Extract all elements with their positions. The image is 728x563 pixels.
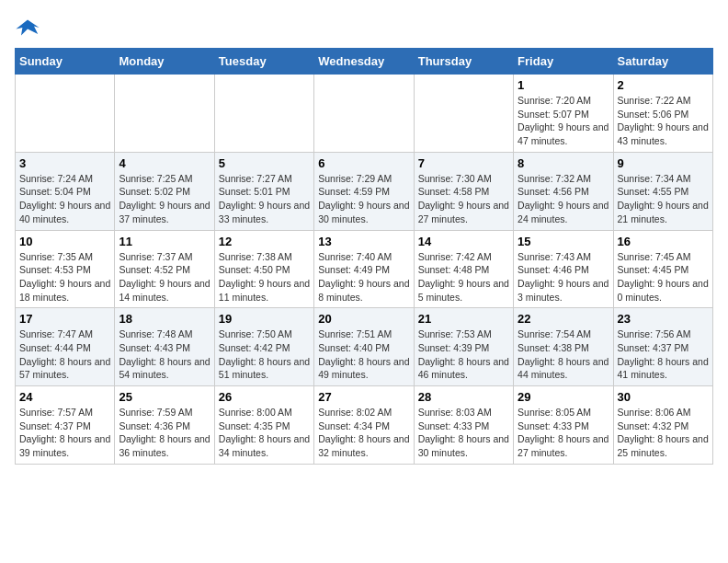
logo	[15, 15, 44, 40]
calendar-cell: 1Sunrise: 7:20 AM Sunset: 5:07 PM Daylig…	[514, 75, 613, 153]
day-info: Sunrise: 7:35 AM Sunset: 4:53 PM Dayligh…	[19, 250, 110, 304]
header-day-thursday: Thursday	[414, 49, 513, 75]
day-number: 19	[219, 312, 310, 326]
header-day-saturday: Saturday	[613, 49, 712, 75]
day-number: 9	[618, 156, 709, 170]
calendar-cell: 9Sunrise: 7:34 AM Sunset: 4:55 PM Daylig…	[613, 152, 712, 230]
day-number: 12	[219, 235, 310, 248]
day-info: Sunrise: 8:05 AM Sunset: 4:33 PM Dayligh…	[518, 406, 609, 460]
calendar-cell	[115, 75, 214, 153]
calendar-cell: 29Sunrise: 8:05 AM Sunset: 4:33 PM Dayli…	[514, 386, 613, 465]
day-info: Sunrise: 7:30 AM Sunset: 4:58 PM Dayligh…	[418, 172, 509, 226]
calendar-cell	[414, 75, 513, 153]
calendar-cell: 5Sunrise: 7:27 AM Sunset: 5:01 PM Daylig…	[214, 152, 313, 230]
day-info: Sunrise: 7:48 AM Sunset: 4:43 PM Dayligh…	[119, 327, 210, 382]
calendar-cell: 22Sunrise: 7:54 AM Sunset: 4:38 PM Dayli…	[514, 308, 613, 386]
day-info: Sunrise: 7:22 AM Sunset: 5:06 PM Dayligh…	[618, 94, 709, 148]
calendar-cell: 16Sunrise: 7:45 AM Sunset: 4:45 PM Dayli…	[613, 230, 712, 308]
day-info: Sunrise: 7:56 AM Sunset: 4:37 PM Dayligh…	[618, 327, 709, 382]
calendar-header: SundayMondayTuesdayWednesdayThursdayFrid…	[16, 49, 713, 75]
calendar-cell: 20Sunrise: 7:51 AM Sunset: 4:40 PM Dayli…	[314, 308, 414, 386]
day-number: 10	[19, 235, 110, 248]
calendar-cell: 25Sunrise: 7:59 AM Sunset: 4:36 PM Dayli…	[115, 386, 214, 465]
calendar-cell: 12Sunrise: 7:38 AM Sunset: 4:50 PM Dayli…	[214, 230, 313, 308]
day-info: Sunrise: 8:03 AM Sunset: 4:33 PM Dayligh…	[418, 406, 509, 460]
day-number: 1	[518, 78, 609, 92]
day-number: 6	[318, 156, 409, 170]
calendar-cell: 8Sunrise: 7:32 AM Sunset: 4:56 PM Daylig…	[514, 152, 613, 230]
page-header	[15, 15, 713, 40]
calendar-cell: 14Sunrise: 7:42 AM Sunset: 4:48 PM Dayli…	[414, 230, 513, 308]
day-number: 2	[618, 78, 709, 92]
calendar-cell: 30Sunrise: 8:06 AM Sunset: 4:32 PM Dayli…	[613, 386, 712, 465]
day-number: 26	[219, 390, 310, 404]
day-info: Sunrise: 7:34 AM Sunset: 4:55 PM Dayligh…	[618, 172, 709, 226]
day-info: Sunrise: 7:27 AM Sunset: 5:01 PM Dayligh…	[219, 172, 310, 226]
calendar-cell: 3Sunrise: 7:24 AM Sunset: 5:04 PM Daylig…	[16, 152, 115, 230]
calendar-cell: 28Sunrise: 8:03 AM Sunset: 4:33 PM Dayli…	[414, 386, 513, 465]
calendar-cell: 27Sunrise: 8:02 AM Sunset: 4:34 PM Dayli…	[314, 386, 414, 465]
week-row-2: 3Sunrise: 7:24 AM Sunset: 5:04 PM Daylig…	[16, 152, 713, 230]
day-number: 20	[318, 312, 409, 326]
week-row-5: 24Sunrise: 7:57 AM Sunset: 4:37 PM Dayli…	[16, 386, 713, 465]
day-number: 8	[518, 156, 609, 170]
day-number: 15	[518, 235, 609, 248]
day-info: Sunrise: 7:43 AM Sunset: 4:46 PM Dayligh…	[518, 250, 609, 304]
day-info: Sunrise: 7:51 AM Sunset: 4:40 PM Dayligh…	[318, 327, 409, 382]
day-info: Sunrise: 7:47 AM Sunset: 4:44 PM Dayligh…	[19, 327, 110, 382]
header-day-wednesday: Wednesday	[314, 49, 414, 75]
header-day-friday: Friday	[514, 49, 613, 75]
header-day-sunday: Sunday	[16, 49, 115, 75]
day-info: Sunrise: 8:02 AM Sunset: 4:34 PM Dayligh…	[318, 406, 409, 460]
day-number: 7	[418, 156, 509, 170]
calendar-cell: 17Sunrise: 7:47 AM Sunset: 4:44 PM Dayli…	[16, 308, 115, 386]
calendar-cell	[16, 75, 115, 153]
calendar-cell: 7Sunrise: 7:30 AM Sunset: 4:58 PM Daylig…	[414, 152, 513, 230]
calendar-cell: 11Sunrise: 7:37 AM Sunset: 4:52 PM Dayli…	[115, 230, 214, 308]
calendar-cell: 23Sunrise: 7:56 AM Sunset: 4:37 PM Dayli…	[613, 308, 712, 386]
day-number: 11	[119, 235, 210, 248]
day-info: Sunrise: 8:06 AM Sunset: 4:32 PM Dayligh…	[618, 406, 709, 460]
day-number: 4	[119, 156, 210, 170]
logo-bird-icon	[15, 15, 40, 40]
day-number: 18	[119, 312, 210, 326]
day-info: Sunrise: 8:00 AM Sunset: 4:35 PM Dayligh…	[219, 406, 310, 460]
calendar-cell: 21Sunrise: 7:53 AM Sunset: 4:39 PM Dayli…	[414, 308, 513, 386]
week-row-1: 1Sunrise: 7:20 AM Sunset: 5:07 PM Daylig…	[16, 75, 713, 153]
day-number: 17	[19, 312, 110, 326]
day-number: 13	[318, 235, 409, 248]
calendar-cell: 19Sunrise: 7:50 AM Sunset: 4:42 PM Dayli…	[214, 308, 313, 386]
day-number: 30	[618, 390, 709, 404]
day-info: Sunrise: 7:42 AM Sunset: 4:48 PM Dayligh…	[418, 250, 509, 304]
calendar-cell: 13Sunrise: 7:40 AM Sunset: 4:49 PM Dayli…	[314, 230, 414, 308]
day-info: Sunrise: 7:54 AM Sunset: 4:38 PM Dayligh…	[518, 327, 609, 382]
calendar-cell: 15Sunrise: 7:43 AM Sunset: 4:46 PM Dayli…	[514, 230, 613, 308]
day-info: Sunrise: 7:57 AM Sunset: 4:37 PM Dayligh…	[19, 406, 110, 460]
day-number: 28	[418, 390, 509, 404]
day-number: 24	[19, 390, 110, 404]
week-row-3: 10Sunrise: 7:35 AM Sunset: 4:53 PM Dayli…	[16, 230, 713, 308]
calendar-cell: 26Sunrise: 8:00 AM Sunset: 4:35 PM Dayli…	[214, 386, 313, 465]
day-number: 16	[618, 235, 709, 248]
day-number: 21	[418, 312, 509, 326]
header-day-tuesday: Tuesday	[214, 49, 313, 75]
day-number: 5	[219, 156, 310, 170]
day-info: Sunrise: 7:38 AM Sunset: 4:50 PM Dayligh…	[219, 250, 310, 304]
day-number: 29	[518, 390, 609, 404]
week-row-4: 17Sunrise: 7:47 AM Sunset: 4:44 PM Dayli…	[16, 308, 713, 386]
day-number: 27	[318, 390, 409, 404]
day-info: Sunrise: 7:45 AM Sunset: 4:45 PM Dayligh…	[618, 250, 709, 304]
header-day-monday: Monday	[115, 49, 214, 75]
calendar-table: SundayMondayTuesdayWednesdayThursdayFrid…	[15, 48, 713, 465]
day-info: Sunrise: 7:20 AM Sunset: 5:07 PM Dayligh…	[518, 94, 609, 148]
calendar-body: 1Sunrise: 7:20 AM Sunset: 5:07 PM Daylig…	[16, 75, 713, 465]
calendar-cell: 4Sunrise: 7:25 AM Sunset: 5:02 PM Daylig…	[115, 152, 214, 230]
calendar-cell: 18Sunrise: 7:48 AM Sunset: 4:43 PM Dayli…	[115, 308, 214, 386]
day-info: Sunrise: 7:32 AM Sunset: 4:56 PM Dayligh…	[518, 172, 609, 226]
day-info: Sunrise: 7:25 AM Sunset: 5:02 PM Dayligh…	[119, 172, 210, 226]
calendar-cell: 6Sunrise: 7:29 AM Sunset: 4:59 PM Daylig…	[314, 152, 414, 230]
day-number: 23	[618, 312, 709, 326]
day-number: 25	[119, 390, 210, 404]
header-row: SundayMondayTuesdayWednesdayThursdayFrid…	[16, 49, 713, 75]
day-info: Sunrise: 7:37 AM Sunset: 4:52 PM Dayligh…	[119, 250, 210, 304]
